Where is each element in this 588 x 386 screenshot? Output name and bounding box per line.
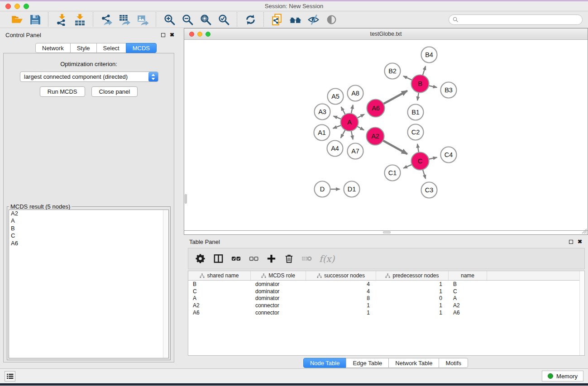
mcds-list-scrollbar[interactable] (163, 210, 168, 358)
tab-mcds[interactable]: MCDS (126, 43, 157, 53)
table-row[interactable]: Bdominator41B (188, 281, 584, 288)
column-header-shared-name[interactable]: shared name (188, 271, 251, 280)
open-session-icon[interactable] (8, 12, 26, 27)
network-horizontal-scrollbar[interactable] (184, 230, 588, 234)
graph-edge-A-A5[interactable] (341, 107, 345, 114)
zoom-out-icon[interactable] (178, 12, 196, 27)
toggle-columns-icon[interactable] (211, 252, 225, 266)
home-icon[interactable] (286, 12, 304, 27)
graph-edge-A-A6[interactable] (357, 114, 364, 118)
tab-select[interactable]: Select (96, 43, 126, 53)
criterion-dropdown[interactable]: largest connected component (directed) (20, 71, 158, 82)
network-minimize-button[interactable] (197, 32, 202, 37)
mcds-result-item[interactable]: A (9, 217, 168, 224)
refresh-icon[interactable] (241, 12, 259, 27)
graph-node-A7[interactable]: A7 (348, 143, 363, 159)
table-row[interactable]: Cdominator41C (188, 288, 584, 295)
graph-node-B[interactable]: B (411, 75, 429, 93)
graph-edge-A-A1[interactable] (333, 125, 341, 129)
graph-edge-C-C3[interactable] (423, 170, 425, 179)
graph-node-B3[interactable]: B3 (441, 82, 457, 98)
column-header-name[interactable]: name (449, 271, 487, 280)
graph-node-A4[interactable]: A4 (327, 141, 343, 157)
close-panel-button[interactable]: Close panel (91, 86, 138, 97)
graph-node-A[interactable]: A (341, 114, 359, 131)
graph-edge-A6-B[interactable] (383, 91, 407, 104)
graph-node-C3[interactable]: C3 (421, 182, 437, 198)
tab-network[interactable]: Network (35, 43, 71, 53)
graph-edge-B-B3[interactable] (429, 86, 437, 87)
select-all-checkboxes-icon[interactable] (229, 252, 243, 266)
float-panel-icon[interactable] (161, 33, 165, 37)
network-canvas[interactable]: B4B2BB3A8A5A6A3B1AC2A1A2A4A7C4CC1C3DD1 (184, 40, 588, 230)
zoom-fit-icon[interactable] (196, 12, 215, 27)
graph-edge-A-A2[interactable] (357, 126, 364, 130)
graph-node-D[interactable]: D (315, 181, 330, 197)
import-table-icon[interactable] (71, 12, 89, 27)
graph-node-C4[interactable]: C4 (441, 147, 457, 163)
maximize-window-button[interactable] (24, 4, 29, 9)
table-close-panel-icon[interactable]: ✖ (578, 240, 582, 244)
graph-edge-A-A7[interactable] (351, 131, 353, 139)
search-input[interactable] (461, 16, 578, 23)
graph-node-C[interactable]: C (411, 152, 429, 170)
graph-edge-C-C4[interactable] (429, 157, 437, 159)
mcds-result-item[interactable]: B (9, 225, 168, 232)
graph-node-A2[interactable]: A2 (367, 128, 384, 145)
graph-node-A8[interactable]: A8 (348, 86, 363, 101)
close-panel-icon[interactable]: ✖ (170, 33, 174, 37)
mcds-result-item[interactable]: A6 (9, 240, 168, 247)
graph-node-B1[interactable]: B1 (408, 105, 424, 120)
table-float-panel-icon[interactable] (569, 240, 573, 244)
task-history-button[interactable] (5, 371, 15, 381)
node-table-scrollbar[interactable] (579, 271, 584, 355)
network-hscroll-thumb[interactable] (383, 231, 391, 234)
graph-edge-C-C2[interactable] (417, 144, 419, 152)
tab-network-table[interactable]: Network Table (388, 358, 439, 368)
network-from-file-icon[interactable] (268, 12, 286, 27)
graph-node-A3[interactable]: A3 (315, 104, 330, 120)
import-network-icon[interactable] (53, 12, 71, 27)
mcds-result-item[interactable]: A2 (9, 210, 168, 217)
zoom-in-icon[interactable] (160, 12, 178, 27)
graph-edge-A-A3[interactable] (334, 116, 341, 119)
export-network-icon[interactable] (97, 12, 115, 27)
graph-node-A6[interactable]: A6 (367, 100, 385, 117)
graph-node-D1[interactable]: D1 (344, 181, 360, 197)
table-row[interactable]: A6connector11A6 (188, 309, 584, 316)
network-vscroll-thumb[interactable] (185, 194, 187, 204)
graph-edge-B-B2[interactable] (403, 76, 412, 80)
table-settings-gear-icon[interactable] (194, 252, 207, 266)
run-mcds-button[interactable]: Run MCDS (40, 86, 85, 97)
column-header-predecessor-nodes[interactable]: predecessor nodes (376, 271, 449, 280)
memory-button[interactable]: Memory (542, 371, 583, 381)
hide-panels-icon[interactable] (304, 12, 322, 27)
graph-edge-A-A4[interactable] (341, 130, 345, 138)
graph-node-C2[interactable]: C2 (408, 124, 424, 140)
minimize-window-button[interactable] (14, 4, 20, 9)
save-session-icon[interactable] (26, 12, 44, 27)
tab-node-table[interactable]: Node Table (303, 358, 347, 368)
delete-icon[interactable] (282, 252, 296, 266)
graph-edge-C-C1[interactable] (403, 165, 412, 168)
zoom-selected-icon[interactable] (215, 12, 233, 27)
network-vertical-scrollbar[interactable] (184, 40, 187, 230)
search-field[interactable] (449, 14, 583, 25)
export-image-icon[interactable] (134, 12, 152, 27)
show-panels-icon[interactable] (322, 12, 340, 27)
delete-table-icon[interactable] (300, 252, 313, 266)
table-row[interactable]: Adominator80A (188, 295, 584, 302)
network-close-button[interactable] (189, 32, 194, 37)
graph-edge-A-A8[interactable] (351, 105, 353, 114)
graph-node-A5[interactable]: A5 (328, 89, 344, 105)
graph-node-A1[interactable]: A1 (314, 125, 330, 141)
add-column-icon[interactable] (264, 252, 278, 266)
graph-edge-A2-C[interactable] (383, 140, 407, 154)
tab-style[interactable]: Style (70, 43, 97, 53)
deselect-all-checkboxes-icon[interactable] (247, 252, 260, 266)
column-header-successor-nodes[interactable]: successor nodes (306, 271, 376, 280)
graph-node-C1[interactable]: C1 (385, 165, 401, 181)
close-window-button[interactable] (5, 4, 11, 9)
function-builder-icon[interactable]: f(x) (319, 253, 335, 264)
graph-edge-B-B4[interactable] (423, 66, 425, 75)
